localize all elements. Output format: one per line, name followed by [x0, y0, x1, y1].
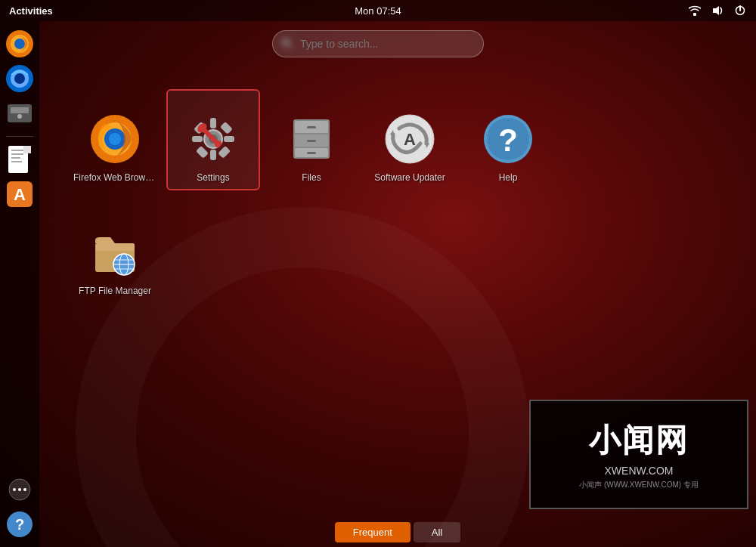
app-icon-updater: A — [383, 112, 437, 166]
bottom-bar: Frequent All — [39, 517, 756, 547]
app-item-files[interactable]: Files — [266, 91, 357, 189]
tab-all[interactable]: All — [414, 522, 460, 542]
app-item-updater[interactable]: A Software Updater — [364, 91, 455, 189]
svg-rect-49 — [307, 126, 316, 128]
watermark: 小闻网 XWENW.COM 小闻声 (WWW.XWENW.COM) 专用 — [529, 400, 748, 509]
svg-rect-35 — [224, 136, 234, 142]
watermark-url: XWENW.COM — [605, 465, 674, 477]
dock: A ? — [0, 21, 39, 547]
svg-rect-34 — [192, 136, 203, 142]
app-row-2: FTP File Manager — [70, 204, 160, 302]
tab-frequent[interactable]: Frequent — [335, 522, 411, 542]
svg-rect-15 — [11, 153, 23, 155]
volume-icon[interactable] — [711, 4, 724, 17]
search-bar: 🔍 — [272, 30, 484, 57]
network-icon[interactable] — [688, 4, 702, 17]
svg-rect-38 — [196, 146, 209, 159]
svg-point-12 — [17, 114, 22, 119]
dock-item-help[interactable]: ? — [5, 509, 35, 539]
topbar-clock: Mon 07:54 — [355, 5, 401, 17]
app-icon-files — [284, 112, 339, 166]
dock-item-messaging[interactable] — [5, 63, 35, 94]
app-label-firefox: Firefox Web Browser — [73, 172, 156, 183]
topbar-icons — [688, 4, 747, 17]
dock-item-firefox[interactable] — [5, 29, 35, 59]
svg-text:?: ? — [15, 516, 24, 533]
app-icon-settings — [186, 112, 240, 166]
svg-text:A: A — [14, 185, 26, 204]
app-label-ftp: FTP File Manager — [79, 286, 151, 296]
app-item-help[interactable]: ? Help — [463, 91, 553, 189]
svg-rect-11 — [11, 107, 29, 113]
svg-text:A: A — [404, 130, 416, 149]
svg-rect-51 — [307, 152, 316, 154]
svg-point-23 — [18, 488, 21, 491]
svg-rect-0 — [693, 13, 696, 16]
app-item-settings[interactable]: Settings — [168, 91, 259, 189]
app-label-help: Help — [499, 172, 518, 183]
dock-item-document[interactable] — [5, 144, 35, 175]
svg-rect-33 — [210, 150, 216, 160]
app-item-firefox[interactable]: Firefox Web Browser — [70, 91, 160, 189]
svg-rect-16 — [11, 157, 20, 159]
watermark-note: 小闻声 (WWW.XWENW.COM) 专用 — [579, 480, 699, 490]
app-label-files: Files — [302, 172, 321, 183]
topbar: Activities Mon 07:54 — [0, 0, 756, 21]
app-icon-ftp — [88, 225, 142, 280]
svg-rect-37 — [220, 122, 233, 134]
dock-item-disk[interactable] — [5, 98, 35, 128]
dock-item-more[interactable] — [5, 474, 35, 505]
svg-marker-1 — [713, 6, 719, 15]
app-label-updater: Software Updater — [374, 172, 445, 183]
svg-rect-50 — [307, 140, 316, 142]
svg-rect-60 — [95, 243, 135, 251]
activities-button[interactable]: Activities — [9, 5, 53, 17]
svg-rect-32 — [210, 118, 216, 128]
svg-point-9 — [14, 73, 25, 84]
dock-separator — [6, 136, 33, 137]
svg-point-6 — [14, 39, 25, 49]
app-item-ftp[interactable]: FTP File Manager — [70, 204, 160, 302]
app-icon-help: ? — [481, 112, 535, 166]
svg-rect-14 — [11, 150, 23, 151]
svg-text:?: ? — [498, 122, 518, 158]
svg-point-22 — [13, 488, 16, 491]
search-input[interactable] — [272, 30, 484, 57]
svg-point-30 — [109, 133, 121, 145]
svg-point-24 — [23, 488, 26, 491]
app-icon-firefox — [88, 112, 142, 166]
svg-rect-17 — [11, 161, 22, 162]
dock-item-store[interactable]: A — [5, 179, 35, 209]
watermark-title: 小闻网 — [589, 419, 689, 462]
app-row-1: Firefox Web Browser — [70, 91, 553, 189]
app-label-settings: Settings — [197, 172, 229, 183]
power-icon[interactable] — [733, 4, 747, 17]
svg-rect-39 — [218, 146, 231, 159]
svg-rect-18 — [23, 146, 31, 153]
